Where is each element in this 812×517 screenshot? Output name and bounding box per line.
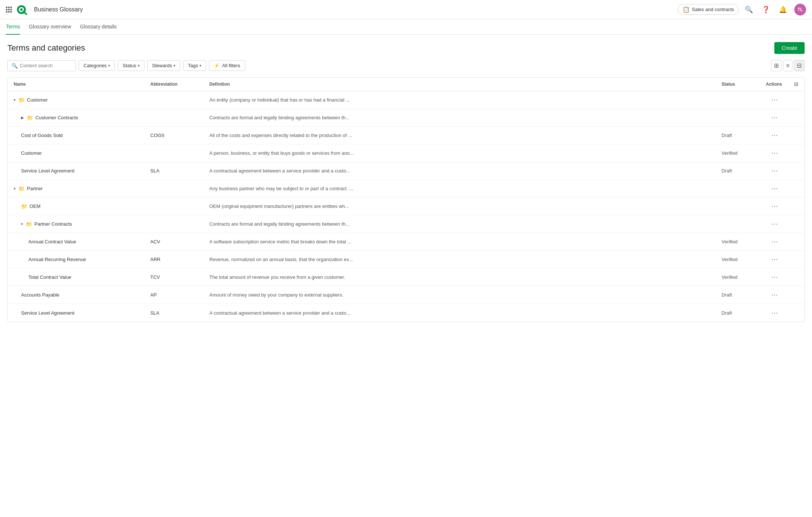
row-customer-contracts-status (716, 114, 760, 121)
row-arr-name[interactable]: Annual Recurring Revenue (8, 253, 144, 266)
row-customer-term-name[interactable]: Customer (8, 147, 144, 160)
row-sla2-def: A contractual agreement between a servic… (203, 307, 716, 319)
row-partner-contracts-abbr (144, 220, 203, 228)
row-customer-term-status: Verified (716, 147, 760, 160)
stewards-filter[interactable]: Stewards ▾ (147, 60, 180, 71)
tab-glossary-overview[interactable]: Glossary overview (29, 19, 71, 35)
row-ap-def: Amount of money owed by your company to … (203, 288, 716, 301)
tab-terms[interactable]: Terms (6, 19, 20, 35)
categories-filter[interactable]: Categories ▾ (79, 60, 115, 71)
row-customer-cat-abbr (144, 96, 203, 104)
create-button[interactable]: Create (774, 42, 805, 54)
more-options-button[interactable]: ··· (770, 273, 780, 281)
row-partner-contracts-def: Contracts are formal and legally binding… (203, 218, 716, 230)
row-sla1-abbr: SLA (144, 164, 203, 177)
row-tcv-actions: ··· (760, 270, 789, 285)
col-header-settings-icon[interactable]: ⊟ (789, 81, 804, 87)
row-acv-status: Verified (716, 235, 760, 248)
list-view-button[interactable]: ≡ (783, 60, 792, 71)
more-options-button[interactable]: ··· (770, 167, 780, 175)
tab-glossary-details[interactable]: Glossary details (80, 19, 117, 35)
more-options-button[interactable]: ··· (770, 220, 780, 228)
svg-point-2 (20, 8, 23, 11)
table-view-button[interactable]: ⊟ (794, 60, 805, 71)
row-ap-name[interactable]: Accounts Payable (8, 288, 144, 301)
context-pill-label: Sales and contracts (692, 7, 734, 12)
row-customer-contracts-abbr (144, 114, 203, 121)
col-header-definition: Definition (203, 81, 716, 87)
chevron-down-icon[interactable]: ▾ (21, 222, 23, 226)
more-options-button[interactable]: ··· (770, 238, 780, 246)
more-options-button[interactable]: ··· (770, 114, 780, 121)
table-row: Total Contract Value TCV The total amoun… (8, 268, 804, 286)
row-arr-abbr: ARR (144, 253, 203, 266)
context-pill[interactable]: 📋 Sales and contracts (678, 4, 739, 15)
tags-filter[interactable]: Tags ▾ (183, 60, 206, 71)
page-header: Terms and categories Create (7, 42, 805, 54)
row-partner-cat-abbr (144, 185, 203, 192)
avatar[interactable]: TL (794, 4, 806, 16)
row-sla2-actions: ··· (760, 305, 789, 321)
search-input[interactable] (20, 63, 72, 68)
more-options-button[interactable]: ··· (770, 309, 780, 317)
row-acv-name[interactable]: Annual Contract Value (8, 235, 144, 248)
search-box[interactable]: 🔍 (7, 60, 76, 71)
more-options-button[interactable]: ··· (770, 149, 780, 157)
status-chevron-icon: ▾ (138, 64, 140, 68)
chevron-down-icon[interactable]: ▾ (14, 186, 16, 191)
topbar-right: 🔍 ❓ 🔔 TL (743, 4, 806, 16)
help-button[interactable]: ❓ (760, 4, 771, 15)
qlik-logo[interactable] (16, 4, 30, 15)
row-cogs-abbr: COGS (144, 129, 203, 142)
more-options-button[interactable]: ··· (770, 291, 780, 299)
table-row: Service Level Agreement SLA A contractua… (8, 162, 804, 180)
row-acv-abbr: ACV (144, 235, 203, 248)
folder-icon: 📁 (18, 186, 25, 192)
table-row: Accounts Payable AP Amount of money owed… (8, 286, 804, 304)
table-row: ▾ 📁 Partner Any business partner who may… (8, 180, 804, 198)
col-header-actions: Actions (760, 81, 789, 87)
row-arr-status: Verified (716, 253, 760, 266)
row-ap-actions: ··· (760, 287, 789, 302)
row-sla1-name[interactable]: Service Level Agreement (8, 164, 144, 177)
row-sla2-name[interactable]: Service Level Agreement (8, 307, 144, 319)
table-row: ▶ 📁 Customer Contracts Contracts are for… (8, 109, 804, 127)
search-icon: 🔍 (11, 63, 18, 69)
more-options-button[interactable]: ··· (770, 202, 780, 210)
row-cogs-name[interactable]: Cost of Goods Sold (8, 129, 144, 142)
more-options-button[interactable]: ··· (770, 256, 780, 263)
notifications-button[interactable]: 🔔 (777, 4, 788, 15)
more-options-button[interactable]: ··· (770, 185, 780, 192)
row-sla1-def: A contractual agreement between a servic… (203, 164, 716, 177)
row-oem-abbr (144, 203, 203, 210)
table-row: Service Level Agreement SLA A contractua… (8, 304, 804, 322)
row-ap-abbr: AP (144, 288, 203, 301)
row-tcv-def: The total amount of revenue you receive … (203, 271, 716, 284)
more-options-button[interactable]: ··· (770, 96, 780, 104)
folder-icon: 📁 (18, 97, 25, 103)
search-button[interactable]: 🔍 (743, 4, 754, 15)
table-row: ▾ 📁 Partner Contracts Contracts are form… (8, 215, 804, 233)
row-arr-def: Revenue, normalized on an annual basis, … (203, 253, 716, 266)
chevron-right-icon[interactable]: ▶ (21, 116, 24, 120)
status-filter[interactable]: Status ▾ (118, 60, 144, 71)
all-filters-button[interactable]: ⚡ All filters (209, 60, 245, 71)
row-tcv-name[interactable]: Total Contract Value (8, 271, 144, 284)
row-customer-contracts-name[interactable]: ▶ 📁 Customer Contracts (8, 111, 144, 124)
tabs-bar: Terms Glossary overview Glossary details (0, 19, 812, 35)
row-partner-cat-name[interactable]: ▾ 📁 Partner (8, 182, 144, 195)
tags-chevron-icon: ▾ (199, 64, 201, 68)
row-partner-cat-def: Any business partner who may be subject … (203, 182, 716, 195)
folder-icon: 📁 (21, 203, 27, 209)
view-icons: ⊞ ≡ ⊟ (771, 60, 805, 71)
row-oem-name[interactable]: 📁 OEM (8, 200, 144, 213)
grid-view-button[interactable]: ⊞ (771, 60, 782, 71)
row-oem-def: OEM (original equipment manufacturer) pa… (203, 200, 716, 213)
grid-menu-icon[interactable] (6, 7, 12, 13)
chevron-down-icon[interactable]: ▾ (14, 98, 16, 102)
col-header-name: Name (8, 81, 144, 87)
row-customer-cat-name[interactable]: ▾ 📁 Customer (8, 93, 144, 107)
row-customer-term-def: A person, business, or entity that buys … (203, 147, 716, 160)
more-options-button[interactable]: ··· (770, 131, 780, 139)
row-partner-contracts-name[interactable]: ▾ 📁 Partner Contracts (8, 218, 144, 231)
